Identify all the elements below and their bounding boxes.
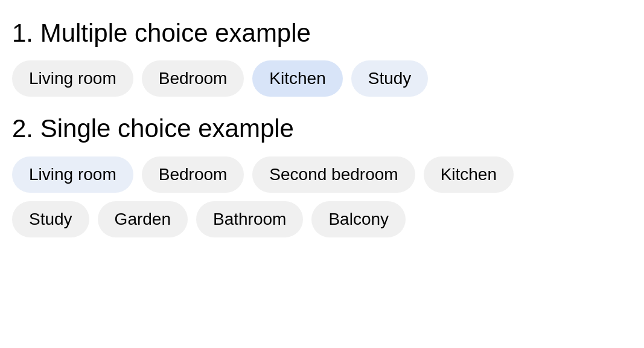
section1-chips: Living room Bedroom Kitchen Study: [12, 60, 632, 97]
chip-balcony-2[interactable]: Balcony: [311, 201, 406, 237]
section-multiple-choice: 1. Multiple choice example Living room B…: [12, 18, 632, 97]
section2-chips-row2: Study Garden Bathroom Balcony: [12, 201, 632, 237]
chip-bedroom-1[interactable]: Bedroom: [142, 60, 244, 97]
chip-kitchen-1[interactable]: Kitchen: [252, 60, 342, 97]
chip-garden-2[interactable]: Garden: [98, 201, 188, 237]
section-single-choice: 2. Single choice example Living room Bed…: [12, 114, 632, 237]
chip-bedroom-2[interactable]: Bedroom: [142, 156, 244, 193]
chip-bathroom-2[interactable]: Bathroom: [196, 201, 303, 237]
section2-title: 2. Single choice example: [12, 114, 632, 144]
chip-second-bedroom-2[interactable]: Second bedroom: [252, 156, 415, 193]
section1-title: 1. Multiple choice example: [12, 18, 632, 48]
chip-kitchen-2[interactable]: Kitchen: [424, 156, 514, 193]
chip-living-room-1[interactable]: Living room: [12, 60, 133, 97]
chip-study-2[interactable]: Study: [12, 201, 89, 237]
chip-study-1[interactable]: Study: [351, 60, 429, 97]
chip-living-room-2[interactable]: Living room: [12, 156, 133, 193]
section2-chips-row1: Living room Bedroom Second bedroom Kitch…: [12, 156, 632, 193]
